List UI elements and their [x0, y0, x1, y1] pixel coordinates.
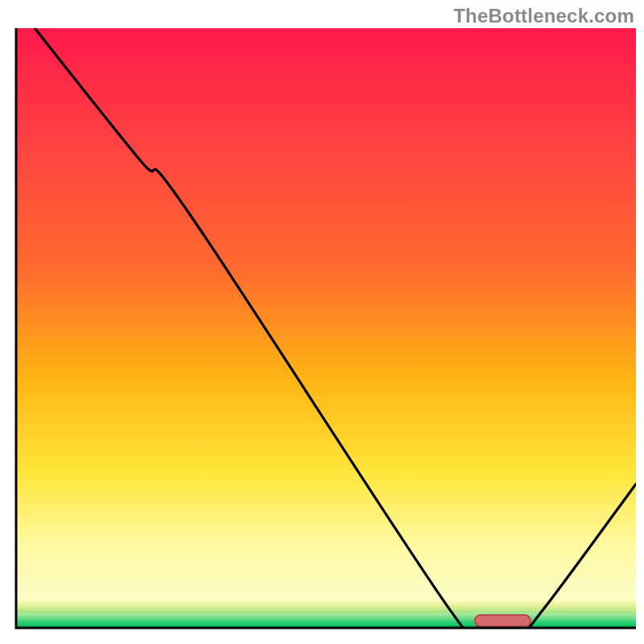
- optimal-marker: [475, 615, 530, 626]
- watermark-text: TheBottleneck.com: [453, 5, 634, 27]
- svg-rect-1: [16, 28, 636, 628]
- chart-container: TheBottleneck.com: [0, 0, 644, 644]
- bottleneck-chart: [0, 0, 644, 644]
